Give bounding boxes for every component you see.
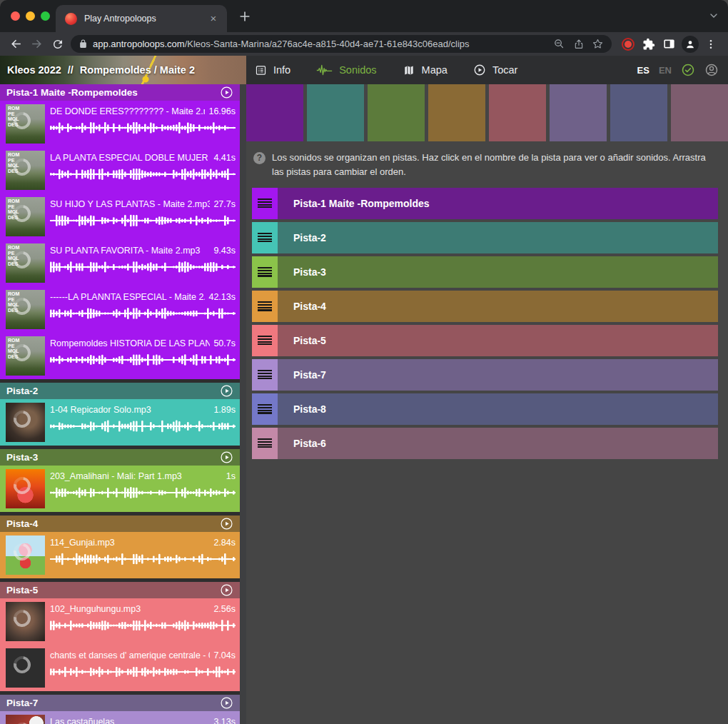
track-title: Pista-1 Maite -Rompemoldes	[6, 87, 219, 98]
track-color-swatch	[671, 84, 728, 141]
track-row[interactable]: Pista-2	[252, 222, 718, 253]
track-row-label: Pista-4	[278, 291, 718, 322]
account-button[interactable]	[704, 63, 719, 77]
window-chevron-icon	[708, 10, 719, 21]
track-row[interactable]: Pista-4	[252, 291, 718, 322]
clip-list: Las castañuelas 3.13s	[0, 711, 240, 724]
clip-item[interactable]: 1-04 Repicador Solo.mp3 1.89s	[0, 399, 240, 446]
clip-item[interactable]: Las castañuelas 3.13s	[0, 711, 240, 724]
play-circle-icon	[220, 384, 233, 398]
track-color-swatch	[610, 84, 667, 141]
track-play-button[interactable]	[219, 696, 233, 710]
clip-main: Rompemoldes HISTORIA DE LAS PLANTAS... 5…	[50, 336, 236, 376]
tab-info[interactable]: Info	[255, 64, 290, 76]
lang-es-button[interactable]: ES	[637, 65, 649, 76]
track-drag-handle[interactable]	[252, 188, 278, 219]
clip-waveform	[50, 486, 236, 499]
profile-button[interactable]	[679, 34, 700, 54]
track-list: Pista-1 Maite -Rompemoldes Pista-2 Pista…	[246, 188, 728, 459]
drag-handle-icon	[258, 370, 272, 381]
clip-thumbnail: ROM PE MOL DES	[6, 243, 45, 283]
clip-item[interactable]: ROM PE MOL DES SU PLANTA FAVORITA - Mait…	[0, 240, 240, 286]
clip-item[interactable]: ROM PE MOL DES DE DONDE ERES???????? - M…	[0, 101, 240, 147]
clip-item[interactable]: 102_Hunguhungu.mp3 2.56s	[0, 598, 240, 645]
track-play-button[interactable]	[219, 384, 233, 398]
track-play-button[interactable]	[219, 86, 233, 100]
drag-handle-icon	[258, 438, 272, 449]
track-header[interactable]: Pista-5	[0, 582, 240, 598]
sidebar-section: Pista-5	[0, 582, 240, 691]
reload-button[interactable]	[47, 34, 68, 54]
track-row[interactable]: Pista-1 Maite -Rompemoldes	[252, 188, 718, 219]
track-play-button[interactable]	[219, 451, 233, 465]
reload-icon	[51, 38, 64, 51]
browser-menu-button[interactable]	[700, 34, 721, 54]
window-zoom-button[interactable]	[41, 11, 50, 21]
track-drag-handle[interactable]	[252, 256, 278, 288]
clip-main: 114_Gunjai.mp3 2.84s	[50, 536, 236, 575]
track-drag-handle[interactable]	[252, 222, 278, 253]
tab-sonidos[interactable]: Sonidos	[316, 64, 376, 76]
clip-duration: 50.7s	[213, 338, 236, 348]
track-play-button[interactable]	[219, 517, 233, 531]
clip-name: Rompemoldes HISTORIA DE LAS PLANTAS...	[50, 338, 210, 348]
breadcrumb[interactable]: Kleos 2022 // Rompemoldes / Maite 2	[0, 56, 246, 84]
clip-item[interactable]: ROM PE MOL DES Rompemoldes HISTORIA DE L…	[0, 333, 240, 379]
track-header[interactable]: Pista-1 Maite -Rompemoldes	[0, 84, 240, 101]
window-minimize-button[interactable]	[26, 11, 35, 21]
track-drag-handle[interactable]	[252, 291, 278, 322]
tab-info-label: Info	[273, 64, 290, 76]
url-bar[interactable]: app.antropoloops.com/Kleos-Santa-Marina/…	[71, 35, 612, 53]
clip-name: chants et danses d' amerique centrale - …	[50, 650, 210, 660]
track-drag-handle[interactable]	[252, 359, 278, 391]
track-drag-handle[interactable]	[252, 428, 278, 459]
help-block: ? Los sonidos se organizan en pistas. Ha…	[246, 151, 728, 179]
clip-item[interactable]: chants et danses d' amerique centrale - …	[0, 645, 240, 691]
new-tab-button[interactable]	[237, 9, 253, 24]
clip-item[interactable]: 203_Amalihani - Mali: Part 1.mp3 1s	[0, 466, 240, 512]
clip-item[interactable]: ROM PE MOL DES SU HIJO Y LAS PLANTAS - M…	[0, 193, 240, 240]
clip-list: 203_Amalihani - Mali: Part 1.mp3 1s	[0, 466, 240, 512]
recording-indicator-icon	[622, 38, 635, 51]
tab-mapa[interactable]: Mapa	[403, 64, 448, 76]
back-button[interactable]	[6, 34, 26, 54]
sidebar-section: Pista-7	[0, 695, 240, 724]
track-header[interactable]: Pista-4	[0, 516, 240, 532]
track-title: Pista-2	[6, 386, 219, 396]
track-row[interactable]: Pista-8	[252, 393, 718, 425]
track-header[interactable]: Pista-7	[0, 695, 240, 711]
tab-close-icon[interactable]: ×	[207, 12, 220, 25]
track-header[interactable]: Pista-3	[0, 449, 240, 466]
extensions-button[interactable]	[638, 34, 659, 54]
share-button[interactable]	[569, 36, 588, 53]
bookmark-button[interactable]	[588, 36, 607, 53]
tab-tocar[interactable]: Tocar	[473, 64, 517, 76]
sync-status-button[interactable]	[681, 63, 695, 77]
clip-item[interactable]: ROM PE MOL DES LA PLANTA ESPECIAL DOBLE …	[0, 147, 240, 193]
track-row-label: Pista-8	[278, 393, 718, 425]
track-row[interactable]: Pista-5	[252, 325, 718, 356]
track-header[interactable]: Pista-2	[0, 383, 240, 399]
tab-search-chevron-button[interactable]	[708, 10, 719, 21]
browser-tab[interactable]: Play Antropoloops ×	[56, 5, 227, 32]
clip-duration: 2.56s	[213, 604, 236, 614]
lock-icon	[79, 39, 88, 49]
side-panel-button[interactable]	[659, 34, 679, 54]
sidebar-scrollbar[interactable]	[240, 84, 246, 724]
window-close-button[interactable]	[11, 11, 20, 21]
lang-en-button[interactable]: EN	[659, 65, 672, 76]
window-controls	[0, 11, 61, 21]
recording-indicator[interactable]	[617, 34, 638, 54]
track-row[interactable]: Pista-6	[252, 428, 718, 459]
clip-thumbnail: ROM PE MOL DES	[6, 336, 45, 376]
clip-item[interactable]: ROM PE MOL DES ------LA PLANNTA ESPECIAL…	[0, 286, 240, 333]
track-drag-handle[interactable]	[252, 325, 278, 356]
zoom-out-button[interactable]	[550, 36, 569, 53]
track-row[interactable]: Pista-7	[252, 359, 718, 391]
clip-main: Las castañuelas 3.13s	[50, 715, 236, 724]
clip-item[interactable]: 114_Gunjai.mp3 2.84s	[0, 532, 240, 578]
track-row[interactable]: Pista-3	[252, 256, 718, 288]
track-play-button[interactable]	[219, 583, 233, 598]
forward-button[interactable]	[26, 34, 47, 54]
track-drag-handle[interactable]	[252, 393, 278, 425]
